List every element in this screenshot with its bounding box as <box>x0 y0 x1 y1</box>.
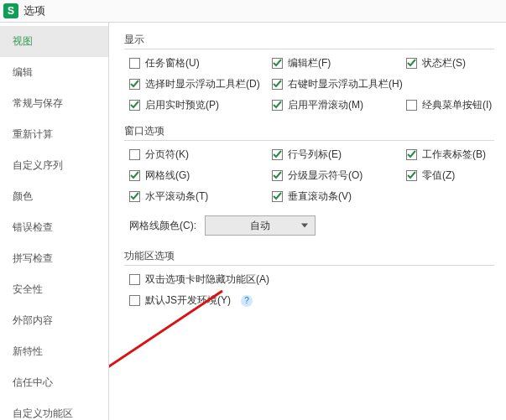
checkbox-box <box>129 79 140 90</box>
checkbox-label: 选择时显示浮动工具栏(D) <box>145 77 260 91</box>
display-option-7[interactable]: 启用平滑滚动(M) <box>272 98 406 112</box>
display-option-0[interactable]: 任务窗格(U) <box>129 56 272 70</box>
checkbox-box <box>406 170 417 181</box>
checkbox-box <box>272 149 283 160</box>
group-title-display: 显示 <box>124 33 494 47</box>
help-icon[interactable]: ? <box>241 295 253 307</box>
window-option-0[interactable]: 分页符(K) <box>129 148 272 162</box>
checkbox-label: 经典菜单按钮(I) <box>422 98 492 112</box>
window-option-5[interactable]: 零值(Z) <box>406 169 506 183</box>
sidebar-item-10[interactable]: 新特性 <box>0 336 108 367</box>
checkbox-box <box>272 100 283 111</box>
divider <box>124 140 494 141</box>
checkbox-label: 行号列标(E) <box>288 148 342 162</box>
checkbox-label: 启用平滑滚动(M) <box>288 98 363 112</box>
divider <box>124 265 494 266</box>
window-option-3[interactable]: 网格线(G) <box>129 169 272 183</box>
ribbon-option-1[interactable]: 默认JS开发环境(Y)? <box>129 293 494 308</box>
gridline-color-row: 网格线颜色(C): 自动 <box>124 215 494 236</box>
sidebar-item-8[interactable]: 安全性 <box>0 274 108 305</box>
checkbox-box <box>406 100 417 111</box>
checkbox-label: 启用实时预览(P) <box>145 98 219 112</box>
display-options-grid: 任务窗格(U)编辑栏(F)状态栏(S)选择时显示浮动工具栏(D)右键时显示浮动工… <box>124 56 494 112</box>
checkbox-label: 双击选项卡时隐藏功能区(A) <box>145 272 269 287</box>
window-option-1[interactable]: 行号列标(E) <box>272 148 406 162</box>
checkbox-label: 垂直滚动条(V) <box>288 189 352 204</box>
checkbox-label: 状态栏(S) <box>422 56 466 70</box>
divider <box>124 49 494 49</box>
display-option-4[interactable]: 右键时显示浮动工具栏(H) <box>272 77 406 91</box>
checkbox-box <box>272 191 283 202</box>
sidebar-item-11[interactable]: 信任中心 <box>0 367 108 398</box>
checkbox-box <box>272 79 283 90</box>
empty-cell <box>406 189 506 204</box>
checkbox-box <box>129 191 140 202</box>
sidebar-item-0[interactable]: 视图 <box>0 26 108 57</box>
checkbox-label: 编辑栏(F) <box>288 56 331 70</box>
chevron-down-icon <box>301 224 308 228</box>
sidebar-item-12[interactable]: 自定义功能区 <box>0 398 108 420</box>
checkbox-label: 默认JS开发环境(Y) <box>145 293 231 308</box>
window-option-2[interactable]: 工作表标签(B) <box>406 148 506 162</box>
window-option-7[interactable]: 垂直滚动条(V) <box>272 189 406 204</box>
sidebar-item-7[interactable]: 拼写检查 <box>0 243 108 274</box>
display-option-1[interactable]: 编辑栏(F) <box>272 56 406 70</box>
display-option-8[interactable]: 经典菜单按钮(I) <box>406 98 506 112</box>
app-icon: S <box>3 3 18 18</box>
display-option-2[interactable]: 状态栏(S) <box>406 56 506 70</box>
checkbox-label: 水平滚动条(T) <box>145 189 208 204</box>
gridline-color-value: 自动 <box>250 219 270 233</box>
checkbox-box <box>129 295 140 306</box>
checkbox-label: 网格线(G) <box>145 169 190 183</box>
checkbox-box <box>129 149 140 160</box>
empty-cell <box>406 77 506 91</box>
sidebar-item-1[interactable]: 编辑 <box>0 57 108 88</box>
checkbox-label: 工作表标签(B) <box>422 148 486 162</box>
gridline-color-select[interactable]: 自动 <box>205 215 316 236</box>
checkbox-label: 分级显示符号(O) <box>288 169 363 183</box>
checkbox-label: 任务窗格(U) <box>145 56 200 70</box>
checkbox-box <box>129 100 140 111</box>
ribbon-option-0[interactable]: 双击选项卡时隐藏功能区(A) <box>129 272 494 287</box>
group-title-window: 窗口选项 <box>124 124 494 138</box>
sidebar-item-3[interactable]: 重新计算 <box>0 119 108 150</box>
checkbox-box <box>129 274 140 285</box>
content-panel: 显示 任务窗格(U)编辑栏(F)状态栏(S)选择时显示浮动工具栏(D)右键时显示… <box>109 23 506 420</box>
checkbox-box <box>406 149 417 160</box>
group-title-ribbon: 功能区选项 <box>124 249 494 263</box>
sidebar-item-5[interactable]: 颜色 <box>0 181 108 212</box>
window-option-4[interactable]: 分级显示符号(O) <box>272 169 406 183</box>
checkbox-box <box>129 58 140 69</box>
checkbox-box <box>272 58 283 69</box>
sidebar-item-6[interactable]: 错误检查 <box>0 212 108 243</box>
gridline-color-label: 网格线颜色(C): <box>129 219 196 233</box>
title-bar: S 选项 <box>0 0 506 23</box>
display-option-3[interactable]: 选择时显示浮动工具栏(D) <box>129 77 272 91</box>
checkbox-label: 分页符(K) <box>145 148 189 162</box>
sidebar-item-2[interactable]: 常规与保存 <box>0 88 108 119</box>
checkbox-box <box>129 170 140 181</box>
sidebar-nav: 视图编辑常规与保存重新计算自定义序列颜色错误检查拼写检查安全性外部内容新特性信任… <box>0 23 109 420</box>
sidebar-item-4[interactable]: 自定义序列 <box>0 150 108 181</box>
checkbox-box <box>272 170 283 181</box>
window-option-6[interactable]: 水平滚动条(T) <box>129 189 272 204</box>
sidebar-item-9[interactable]: 外部内容 <box>0 305 108 336</box>
checkbox-label: 右键时显示浮动工具栏(H) <box>288 77 403 91</box>
checkbox-box <box>406 58 417 69</box>
checkbox-label: 零值(Z) <box>422 169 455 183</box>
display-option-6[interactable]: 启用实时预览(P) <box>129 98 272 112</box>
window-title: 选项 <box>23 3 45 18</box>
ribbon-options-list: 双击选项卡时隐藏功能区(A)默认JS开发环境(Y)? <box>124 272 494 308</box>
window-options-grid: 分页符(K)行号列标(E)工作表标签(B)网格线(G)分级显示符号(O)零值(Z… <box>124 148 494 204</box>
